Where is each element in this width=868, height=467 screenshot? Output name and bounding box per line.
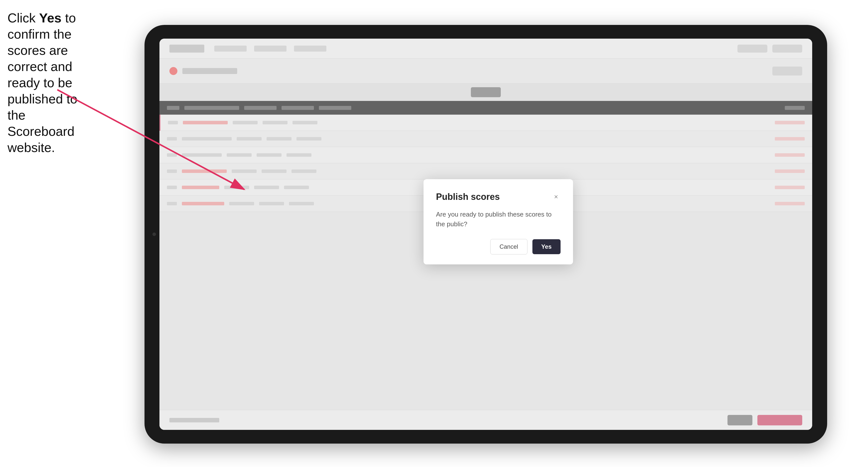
modal-body-text: Are you ready to publish these scores to…: [436, 210, 561, 229]
modal-title: Publish scores: [436, 192, 500, 202]
modal-header: Publish scores ×: [436, 192, 561, 202]
modal-overlay: Publish scores × Are you ready to publis…: [159, 39, 812, 430]
tablet-camera: [153, 232, 156, 236]
instruction-suffix: to confirm the scores are correct and re…: [7, 11, 77, 155]
tablet-device: Publish scores × Are you ready to publis…: [145, 25, 827, 443]
modal-cancel-button[interactable]: Cancel: [490, 239, 527, 254]
modal-footer: Cancel Yes: [436, 239, 561, 254]
modal-close-button[interactable]: ×: [552, 192, 561, 201]
modal-yes-button[interactable]: Yes: [532, 239, 561, 254]
publish-scores-modal: Publish scores × Are you ready to publis…: [424, 179, 573, 264]
instruction-bold: Yes: [39, 11, 62, 25]
instruction-text: Click Yes to confirm the scores are corr…: [7, 10, 80, 156]
instruction-prefix: Click: [7, 11, 39, 25]
tablet-screen: Publish scores × Are you ready to publis…: [159, 39, 812, 430]
